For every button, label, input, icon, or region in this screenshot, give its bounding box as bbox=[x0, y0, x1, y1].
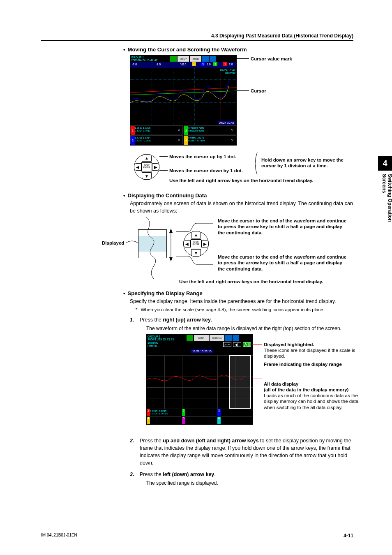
callout-horiz-2: Use the left and right arrow keys on the… bbox=[179, 279, 360, 284]
rate-badge: 3h35min bbox=[210, 335, 224, 341]
callout-all-data-bold: (all of the data in the display memory) bbox=[264, 387, 362, 393]
dpad-control: ▲ ▼ ◀ ▶ DISP/ ENTER bbox=[134, 154, 159, 180]
cursor-mark-icon bbox=[210, 56, 216, 62]
callout-displayed-hl: Displayed highlighted. bbox=[264, 342, 314, 347]
timestamp-label: 11/28 15:23:16 bbox=[191, 349, 213, 353]
callout-hold-arrow: Hold down an arrow key to move the curso… bbox=[261, 157, 356, 169]
all-data-icon-arrow bbox=[233, 342, 241, 347]
zoom-icon bbox=[225, 335, 232, 341]
callout-move-down: Move the cursor to the end of the wavefo… bbox=[218, 254, 349, 272]
section-header: 4.3 Displaying Past Measured Data (Histo… bbox=[41, 33, 353, 41]
callout-cursor-up: Moves the cursor up by 1 dot. bbox=[169, 154, 256, 160]
arrow-right-icon[interactable]: ▶ bbox=[152, 163, 159, 171]
callout-cursor-down: Moves the cursor down by 1 dot. bbox=[169, 168, 256, 173]
callout-displayed-hl-sub: These icons are not displayed if the sca… bbox=[264, 347, 358, 359]
arrow-left-icon[interactable]: ◀ bbox=[183, 240, 191, 247]
chapter-title-vertical: Switching Operation Screens bbox=[378, 171, 392, 240]
arrow-left-icon[interactable]: ◀ bbox=[134, 163, 141, 171]
step-3: 3. Press the left (down) arrow key. bbox=[130, 471, 353, 478]
page-number: 4-11 bbox=[344, 533, 353, 539]
continuing-intro: Approximately one screen of data is show… bbox=[130, 200, 353, 215]
step-1: 1. Press the right (up) arrow key. bbox=[130, 316, 353, 324]
disp-enter-button[interactable]: DISP/ ENTER bbox=[191, 239, 201, 248]
arrow-down-icon[interactable]: ▼ bbox=[142, 172, 152, 180]
heading-continuing-data: •Displaying the Continuing Data bbox=[123, 192, 353, 199]
doc-id: IM 04L21B01-01EN bbox=[41, 533, 77, 539]
disp-badge: DISP bbox=[178, 56, 189, 62]
disp-badge: DISP bbox=[194, 335, 209, 341]
step-2: 2. Press the up and down (left and right… bbox=[130, 437, 353, 467]
page-content: 4.3 Displaying Past Measured Data (Histo… bbox=[41, 33, 353, 487]
heading-display-range: •Specifying the Display Range bbox=[123, 290, 353, 296]
screenshot-display-range: GROUP 1 2006/11/28 15:23:23 DISP 3h35min… bbox=[146, 334, 253, 425]
cursor-mark-icon bbox=[233, 335, 239, 341]
wave-icon bbox=[223, 342, 231, 347]
display-range-footnote: *When you clear the scale (see page 4-8)… bbox=[136, 307, 353, 312]
continuing-diagram bbox=[130, 217, 179, 279]
chapter-side-tab: 4 Switching Operation Screens bbox=[378, 156, 392, 226]
callout-move-up: Move the cursor to the end of the wavefo… bbox=[218, 218, 349, 236]
chapter-number: 4 bbox=[378, 156, 392, 171]
callout-all-data-title: All data display bbox=[264, 381, 298, 387]
rate-badge: 5min bbox=[190, 56, 201, 62]
dpad-control-2: ▲ ▼ ◀ ▶ DISP/ ENTER bbox=[183, 231, 209, 257]
heading-moving-cursor: •Moving the Cursor and Scrolling the Wav… bbox=[123, 46, 353, 53]
zoom-icon bbox=[202, 56, 209, 62]
svg-marker-3 bbox=[235, 343, 238, 347]
cursor-line bbox=[221, 68, 221, 125]
display-range-frame bbox=[229, 355, 251, 409]
arrow-right-icon[interactable]: ▶ bbox=[201, 240, 209, 247]
screenshot-historical-trend: GROUP 1 2009/04/24 10:47:42 DISP 5min -2… bbox=[130, 55, 237, 146]
callout-frame: Frame indicating the display range bbox=[264, 361, 358, 367]
callout-cursor-mark: Cursor value mark bbox=[251, 56, 292, 62]
people-icon bbox=[187, 335, 193, 341]
callout-horiz-1: Use the left and right arrow keys on the… bbox=[169, 178, 350, 183]
disp-enter-button[interactable]: DISP/ ENTER bbox=[141, 162, 152, 171]
displayed-label: Displayed bbox=[102, 240, 124, 246]
svg-marker-1 bbox=[169, 229, 173, 233]
people-icon bbox=[170, 56, 177, 62]
svg-marker-2 bbox=[169, 257, 173, 261]
step-1-sub: The waveform of the entire data range is… bbox=[146, 325, 353, 332]
all-data-icon bbox=[243, 342, 251, 347]
display-range-intro: Specify the display range. Items inside … bbox=[130, 298, 353, 305]
callout-cursor: Cursor bbox=[251, 88, 266, 94]
page-footer: IM 04L21B01-01EN 4-11 bbox=[41, 531, 353, 539]
step-3-sub: The specified range is displayed. bbox=[146, 480, 353, 486]
callout-all-data-sub: Loads as much of the continuous data as … bbox=[264, 393, 362, 410]
arrow-up-icon[interactable]: ▲ bbox=[142, 154, 152, 162]
